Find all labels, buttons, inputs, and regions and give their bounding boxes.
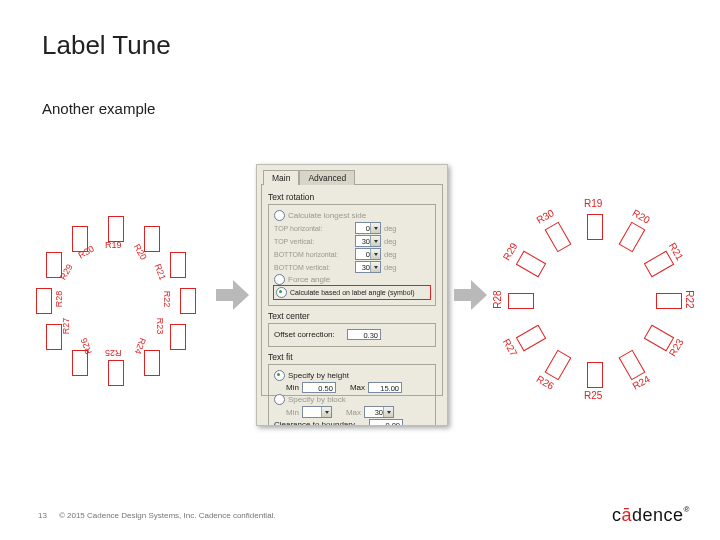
before-layout: R19R20R21R22R23R24R25R26R27R28R29R30 [20,185,210,405]
refdes-label: R22 [684,290,695,308]
component-chip [170,252,186,278]
group-title-rotation: Text rotation [268,192,436,202]
component-chip [36,288,52,314]
group-fit: Specify by height Min 0.50 Max 15.00 Spe… [268,364,436,426]
refdes-label: R22 [162,291,172,308]
component-chip [516,251,547,278]
refdes-label: R28 [492,290,503,308]
top-v-unit: deg [384,237,397,246]
component-chip [587,362,603,388]
component-chip [170,324,186,350]
component-chip [644,251,675,278]
arrow-icon [216,275,250,315]
component-chip [587,214,603,240]
component-chip [180,288,196,314]
bot-h-select[interactable]: 0 [355,248,381,260]
refdes-label: R28 [54,291,64,308]
component-chip [108,216,124,242]
clearance-label: Clearance to boundary [274,420,366,426]
min-field[interactable]: 0.50 [302,382,336,393]
component-chip [46,324,62,350]
tab-main[interactable]: Main [263,170,299,185]
refdes-label: R25 [105,348,122,358]
component-chip [545,350,572,381]
refdes-label: R27 [61,318,71,335]
refdes-label: R25 [584,390,602,401]
component-chip [545,222,572,253]
radio-by-block[interactable] [274,394,285,405]
group-rotation: Calculate longest side TOP horizontal: 0… [268,204,436,306]
bot-v-label: BOTTOM vertical: [274,264,352,271]
tab-advanced[interactable]: Advanced [299,170,355,185]
radio-calc-symbol[interactable] [276,287,287,298]
cadence-logo: cādence® [612,505,690,526]
opt-calc-longest-label: Calculate longest side [288,211,366,220]
component-chip [144,226,160,252]
offset-label: Offset correction: [274,330,344,339]
max2-select[interactable]: 30 [364,406,394,418]
min2-select[interactable] [302,406,332,418]
opt-calc-symbol-label: Calculate based on label angle (symbol) [290,289,415,296]
max2-label: Max [346,408,361,417]
bot-v-select[interactable]: 30 [355,261,381,273]
bot-h-label: BOTTOM horizontal: [274,251,352,258]
opt-force-angle-label: Force angle [288,275,330,284]
slide: Label Tune Another example R19R20R21R22R… [0,0,720,540]
top-h-select[interactable]: 0 [355,222,381,234]
refdes-label: R19 [105,240,122,250]
component-chip [144,350,160,376]
tab-bar: Main Advanced [263,169,447,184]
clearance-field[interactable]: 0.00 [369,419,403,426]
group-title-center: Text center [268,311,436,321]
refdes-label: R19 [584,198,602,209]
page-title: Label Tune [42,30,171,61]
refdes-label: R30 [534,207,555,226]
offset-field[interactable]: 0.30 [347,329,381,340]
by-height-label: Specify by height [288,371,349,380]
refdes-label: R29 [501,241,520,262]
dialog-window: Main Advanced Text rotation Calculate lo… [256,164,448,426]
max-field[interactable]: 15.00 [368,382,402,393]
bot-h-unit: deg [384,250,397,259]
by-block-label: Specify by block [288,395,346,404]
radio-calc-longest[interactable] [274,210,285,221]
component-chip [619,222,646,253]
group-center: Offset correction: 0.30 [268,323,436,347]
top-v-label: TOP vertical: [274,238,352,245]
bot-v-unit: deg [384,263,397,272]
content-row: R19R20R21R22R23R24R25R26R27R28R29R30 Mai… [20,155,700,435]
top-h-label: TOP horizontal: [274,225,352,232]
radio-by-height[interactable] [274,370,285,381]
top-h-unit: deg [384,224,397,233]
top-v-select[interactable]: 30 [355,235,381,247]
group-title-fit: Text fit [268,352,436,362]
footer: 13 © 2015 Cadence Design Systems, Inc. C… [38,511,276,520]
page-number: 13 [38,511,47,520]
tab-page-main: Text rotation Calculate longest side TOP… [261,184,443,396]
subtitle: Another example [42,100,155,117]
component-chip [516,325,547,352]
component-chip [508,293,534,309]
refdes-label: R21 [152,263,167,282]
after-layout: R19R20R21R22R23R24R25R26R27R28R29R30 [494,185,694,405]
min2-label: Min [286,408,299,417]
min-label: Min [286,383,299,392]
refdes-label: R23 [155,318,165,335]
copyright: © 2015 Cadence Design Systems, Inc. Cade… [59,511,276,520]
max-label: Max [350,383,365,392]
component-chip [108,360,124,386]
radio-force-angle[interactable] [274,274,285,285]
component-chip [656,293,682,309]
arrow-icon [454,275,488,315]
